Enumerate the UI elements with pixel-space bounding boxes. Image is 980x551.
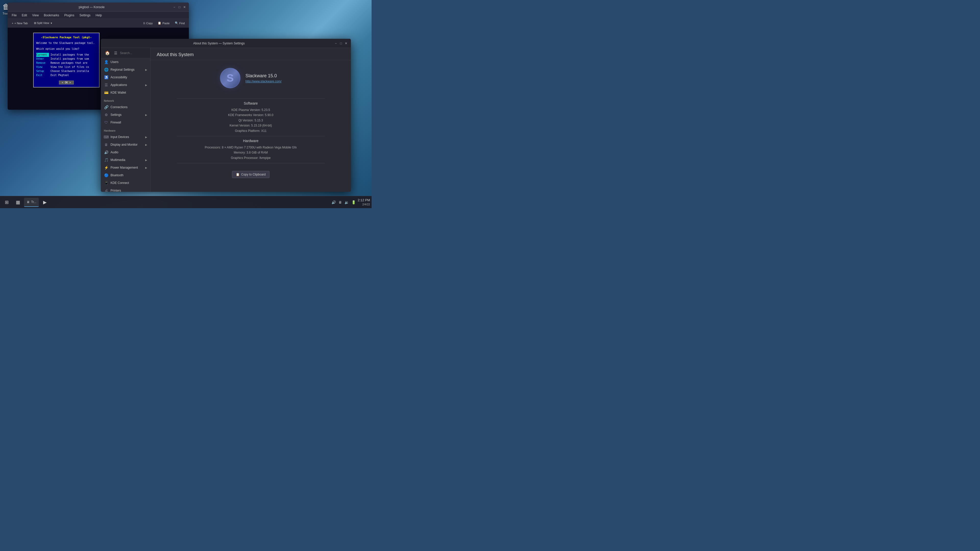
pkgtool-option-exit[interactable]: Exit Exit Pkgtool (36, 73, 97, 77)
menu-label-printers: Printers (110, 189, 121, 192)
menu-item-network-settings[interactable]: ⚙ Settings ▶ (101, 111, 150, 119)
menu-bookmarks[interactable]: Bookmarks (42, 13, 61, 17)
new-tab-button[interactable]: + + New Tab (10, 21, 30, 25)
menu-label-bluetooth: Bluetooth (110, 173, 124, 177)
regional-settings-icon: 🌐 (104, 67, 108, 72)
menu-item-multimedia[interactable]: 🎵 Multimedia ▶ (101, 156, 150, 164)
menu-label-power-management: Power Management (110, 166, 138, 169)
multimedia-icon: 🎵 (104, 158, 108, 162)
search-input[interactable] (120, 51, 151, 55)
menu-item-accessibility[interactable]: ♿ Accessibility (101, 73, 150, 81)
menu-item-regional-settings[interactable]: 🌐 Regional Settings ▶ (101, 66, 150, 73)
pkgtool-welcome: Welcome to the Slackware package tool. (36, 41, 97, 45)
speaker-icon[interactable]: 🔉 (345, 200, 349, 204)
menu-item-input-devices[interactable]: ⌨ Input Devices ▶ (101, 133, 150, 141)
konsole-toolbar: + + New Tab ⊞ Split View ▼ ⎘ Copy 📋 Past… (8, 19, 189, 27)
menu-label-connections: Connections (110, 105, 127, 109)
taskbar-app-konsole[interactable]: 🖥 Tr... (24, 198, 39, 207)
menu-plugins[interactable]: Plugins (62, 13, 76, 17)
pkgtool-option-other[interactable]: Other Install packages from som (36, 57, 97, 61)
find-button[interactable]: 🔍 Find (173, 21, 187, 25)
paste-button[interactable]: 📋 Paste (156, 21, 172, 25)
konsole-title: :pkgtool — Konsole (10, 5, 172, 9)
printers-icon: 🖨 (104, 188, 108, 192)
settings-close-button[interactable]: ✕ (344, 41, 348, 45)
regional-settings-arrow: ▶ (145, 68, 147, 71)
pkgtool-option-current[interactable]: Current Install packages from the (36, 53, 97, 57)
taskbar-clock[interactable]: 2:12 PM 2/4/22 (358, 198, 370, 206)
menu-item-kde-connect[interactable]: 📱 KDE Connect (101, 179, 150, 187)
menu-label-multimedia: Multimedia (110, 158, 125, 162)
users-icon: 👤 (104, 60, 108, 64)
menu-item-users[interactable]: 👤 Users (101, 58, 150, 66)
copy-clipboard-label: Copy to Clipboard (241, 173, 266, 176)
taskbar-right: 🔊 🖥 🔉 🔋 2:12 PM 2/4/22 (331, 198, 370, 206)
pkgtool-option-setup[interactable]: Setup Choose Slackware installa (36, 69, 97, 73)
menu-item-power-management[interactable]: ⚡ Power Management ▶ (101, 164, 150, 171)
menu-item-kde-wallet[interactable]: 💳 KDE Wallet (101, 89, 150, 97)
menu-item-audio[interactable]: 🔊 Audio (101, 148, 150, 156)
konsole-titlebar[interactable]: :pkgtool — Konsole − □ ✕ (8, 3, 189, 12)
hardware-section: Hardware Processors: 8 × AMD Ryzen 7 270… (177, 139, 325, 166)
kernel-version-info: Kernel Version: 5.15.19 (64-bit) (177, 123, 325, 128)
menu-help[interactable]: Help (94, 13, 104, 17)
menu-label-audio: Audio (110, 151, 118, 154)
konsole-minimize-button[interactable]: − (172, 5, 176, 9)
settings-title-text: About this System — System Settings (104, 41, 334, 45)
input-devices-arrow: ▶ (145, 136, 147, 138)
firewall-icon: 🛡 (104, 120, 108, 125)
paste-icon: 📋 (158, 21, 161, 25)
pkgtool-option-remove[interactable]: Remove Remove packages that are (36, 61, 97, 65)
start-button[interactable]: ⊞ (2, 198, 12, 207)
split-view-button[interactable]: ⊞ Split View ▼ (32, 21, 55, 25)
task-manager-button[interactable]: ▦ (13, 198, 23, 207)
battery-icon[interactable]: 🔋 (352, 200, 356, 204)
settings-titlebar[interactable]: About this System — System Settings − □ … (101, 39, 351, 48)
home-button[interactable]: 🏠 (103, 50, 111, 56)
settings-window-controls: − □ ✕ (334, 41, 348, 45)
menu-settings[interactable]: Settings (77, 13, 92, 17)
graphics-processor-info: Graphics Processor: llvmpipe (177, 156, 325, 160)
pkgtool-option-view[interactable]: View View the list of files co (36, 65, 97, 69)
power-management-icon: ⚡ (104, 165, 108, 170)
hamburger-button[interactable]: ☰ (113, 51, 118, 56)
menu-item-connections[interactable]: 🔗 Connections (101, 103, 150, 111)
os-logo-letter: S (227, 72, 234, 84)
os-url[interactable]: http://www.slackware.com/ (245, 79, 282, 83)
settings-minimize-button[interactable]: − (334, 41, 338, 45)
pkgtool-ok-section: < OK > (36, 80, 97, 84)
taskbar-left: ⊞ ▦ 🖥 Tr... ▶ (2, 198, 50, 207)
copy-to-clipboard-button[interactable]: 📋 Copy to Clipboard (232, 171, 269, 178)
menu-item-applications[interactable]: ☰ Applications ▶ (101, 81, 150, 89)
taskbar-next-button[interactable]: ▶ (40, 198, 50, 207)
content-header: About this System (151, 48, 351, 60)
power-management-arrow: ▶ (145, 166, 147, 169)
graphics-platform-info: Graphics Platform: X11 (177, 128, 325, 133)
kde-wallet-icon: 💳 (104, 90, 108, 95)
konsole-maximize-button[interactable]: □ (178, 5, 181, 9)
hardware-heading: Hardware (177, 139, 325, 143)
menu-item-firewall[interactable]: 🛡 Firewall (101, 119, 150, 126)
menu-item-printers[interactable]: 🖨 Printers (101, 187, 150, 192)
settings-expand-button[interactable]: □ (339, 41, 343, 45)
connections-icon: 🔗 (104, 105, 108, 110)
pkgtool-title: -Slackware Package Tool (pkgt- (36, 36, 97, 39)
menu-edit[interactable]: Edit (20, 13, 29, 17)
kde-frameworks-info: KDE Frameworks Version: 5.90.0 (177, 113, 325, 118)
menu-item-display-monitor[interactable]: 🖥 Display and Monitor ▶ (101, 141, 150, 148)
copy-button[interactable]: ⎘ Copy (142, 21, 155, 25)
konsole-close-button[interactable]: ✕ (183, 5, 186, 9)
volume-icon[interactable]: 🔊 (331, 200, 336, 204)
menu-item-bluetooth[interactable]: 🔵 Bluetooth (101, 171, 150, 179)
page-title: About this System (157, 52, 345, 57)
new-tab-label: + New Tab (14, 22, 27, 25)
network-settings-icon: ⚙ (104, 113, 108, 117)
menu-file[interactable]: File (10, 13, 19, 17)
taskbar-app-label: Tr... (31, 200, 36, 204)
menu-view[interactable]: View (30, 13, 41, 17)
display-icon[interactable]: 🖥 (339, 200, 342, 204)
taskbar-system-icons: 🔊 🖥 🔉 🔋 (331, 200, 356, 204)
pkgtool-ok-button[interactable]: < OK > (59, 81, 74, 84)
menu-label-accessibility: Accessibility (110, 76, 127, 79)
kde-plasma-info: KDE Plasma Version: 5.23.5 (177, 107, 325, 113)
